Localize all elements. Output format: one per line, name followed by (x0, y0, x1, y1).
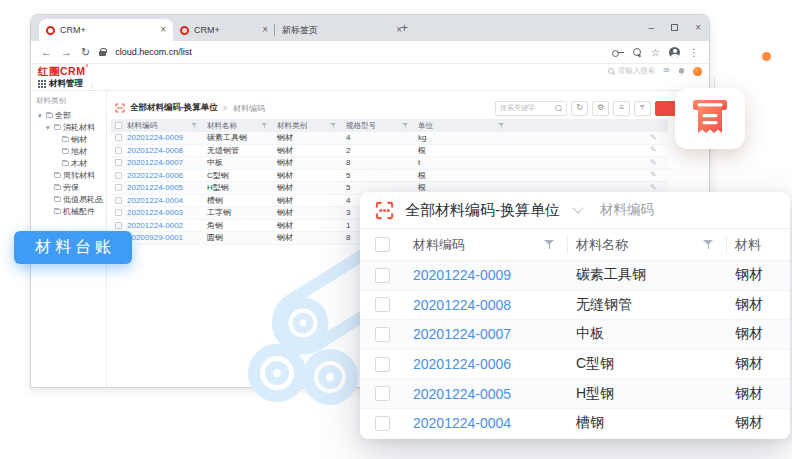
zoom-table-row[interactable]: 20201224-0005 H型钢 钢材 (360, 378, 790, 408)
edit-icon[interactable] (650, 134, 668, 142)
message-icon[interactable]: ✉ (663, 67, 670, 75)
zoom-table-row[interactable]: 20201224-0008 无缝钢管 钢材 (360, 290, 790, 320)
material-code-link[interactable]: 20201224-0004 (127, 196, 207, 205)
row-checkbox[interactable] (115, 147, 122, 154)
global-search[interactable]: 请输入搜索 (608, 66, 656, 76)
caret-down-icon[interactable]: ▾ (38, 112, 44, 119)
material-code-link[interactable]: 20201224-0006 (127, 171, 207, 180)
filter-funnel-icon[interactable] (703, 239, 714, 250)
tree-node[interactable]: ▾ 地材 (36, 145, 106, 157)
filter-funnel-icon[interactable] (544, 239, 555, 250)
filter-funnel-icon[interactable] (498, 123, 505, 129)
list-search-input[interactable]: 搜索关键字 (495, 101, 567, 116)
table-row[interactable]: 20201224-0009 碳素工具钢 钢材 4 kg (111, 132, 668, 145)
browser-tab[interactable]: 新标签页 × (275, 19, 409, 41)
reload-icon[interactable]: ↻ (81, 46, 90, 59)
maximize-button[interactable] (671, 24, 678, 31)
view-title[interactable]: 全部材料编码-换算单位 (130, 102, 218, 114)
back-icon[interactable]: ← (41, 46, 52, 58)
zoom-table-row[interactable]: 20201224-0006 C型钢 钢材 (360, 349, 790, 379)
minimize-button[interactable]: – (649, 22, 655, 33)
tree-node[interactable]: ▾ 周转材料 (36, 169, 106, 181)
row-checkbox[interactable] (375, 268, 390, 283)
material-name: 碳素工具钢 (568, 266, 727, 284)
browser-menu-icon[interactable]: ⋮ (689, 47, 699, 58)
row-checkbox[interactable] (375, 297, 390, 312)
table-row[interactable]: 20201224-0007 中板 钢材 8 t (111, 157, 668, 170)
select-all-checkbox[interactable] (375, 237, 390, 252)
row-checkbox[interactable] (375, 327, 390, 342)
tree-node[interactable]: ▾ 全部 (36, 109, 106, 121)
material-code-link[interactable]: 20201224-0008 (405, 297, 568, 313)
material-code-link[interactable]: 20201224-0005 (127, 183, 207, 192)
zoom-table-row[interactable]: 20201224-0009 碳素工具钢 钢材 (360, 260, 790, 290)
material-code-link[interactable]: 20200929-0001 (127, 233, 207, 242)
caret-down-icon[interactable]: ▾ (46, 124, 52, 131)
tab-close-icon[interactable]: × (160, 25, 166, 35)
material-code-link[interactable]: 20201224-0009 (127, 133, 207, 142)
row-checkbox[interactable] (115, 134, 122, 141)
material-code-link[interactable]: 20201224-0009 (405, 267, 568, 283)
row-checkbox[interactable] (375, 416, 390, 431)
filter-funnel-icon[interactable] (402, 123, 409, 129)
edit-icon[interactable] (650, 184, 668, 192)
edit-icon[interactable] (650, 171, 668, 179)
row-checkbox[interactable] (375, 357, 390, 372)
zoom-view-title[interactable]: 全部材料编码-换算单位 (405, 201, 560, 220)
new-tab-button[interactable]: + (395, 17, 415, 39)
row-checkbox[interactable] (115, 184, 122, 191)
material-code-link[interactable]: 20201224-0005 (405, 386, 568, 402)
tree-node[interactable]: ▾ 劳保 (36, 181, 106, 193)
refresh-button[interactable]: ↻ (571, 101, 588, 116)
table-row[interactable]: 20201224-0006 C型钢 钢材 5 根 (111, 170, 668, 183)
edit-icon[interactable] (650, 146, 668, 154)
password-key-icon[interactable] (612, 50, 624, 55)
filter-funnel-icon[interactable] (330, 123, 337, 129)
row-checkbox[interactable] (375, 386, 390, 401)
scan-view-icon (375, 201, 394, 220)
material-code-link[interactable]: 20201224-0006 (405, 356, 568, 372)
zoom-table-row[interactable]: 20201224-0004 槽钢 钢材 (360, 408, 790, 438)
filter-funnel-icon[interactable] (191, 123, 198, 129)
table-row[interactable]: 20201224-0008 无缝钢管 钢材 2 根 (111, 145, 668, 158)
notification-bell-icon[interactable] (678, 68, 685, 75)
material-code-link[interactable]: 20201224-0008 (127, 146, 207, 155)
material-code-link[interactable]: 20201224-0007 (127, 158, 207, 167)
material-name: C型钢 (207, 170, 277, 181)
row-checkbox[interactable] (115, 159, 122, 166)
material-code-link[interactable]: 20201224-0003 (127, 208, 207, 217)
filter-funnel-icon[interactable] (261, 123, 268, 129)
material-code-link[interactable]: 20201224-0002 (127, 221, 207, 230)
nav-material-management[interactable]: 材料管理 (49, 78, 83, 90)
tree-node[interactable]: ▾ 消耗材料 (36, 121, 106, 133)
settings-button[interactable]: ⚙ (592, 101, 609, 116)
row-checkbox[interactable] (115, 197, 122, 204)
url-text[interactable]: cloud.hecom.cn/list (115, 47, 192, 57)
row-checkbox[interactable] (115, 222, 122, 229)
user-avatar[interactable] (693, 67, 702, 76)
zoom-table-row[interactable]: 20201224-0007 中板 钢材 (360, 319, 790, 349)
forward-icon[interactable]: → (61, 46, 72, 58)
chevron-down-icon[interactable]: ∨ (223, 104, 228, 112)
edit-icon[interactable] (650, 159, 668, 167)
row-checkbox[interactable] (115, 172, 122, 179)
column-config-button[interactable]: ≡ (613, 101, 630, 116)
tab-close-icon[interactable]: × (262, 25, 268, 35)
app-grid-icon[interactable] (38, 83, 40, 85)
browser-tab[interactable]: CRM+ × (39, 19, 173, 41)
tree-node[interactable]: ▾ 木材 (36, 157, 106, 169)
select-all-checkbox[interactable] (115, 122, 122, 129)
filter-button[interactable] (634, 101, 651, 116)
browser-tab[interactable]: CRM+ × (173, 19, 275, 41)
row-checkbox[interactable] (115, 209, 122, 216)
material-code-link[interactable]: 20201224-0004 (405, 415, 568, 431)
material-code-link[interactable]: 20201224-0007 (405, 326, 568, 342)
zoom-search-icon[interactable] (633, 48, 642, 57)
tree-node[interactable]: ▾ 机械配件 (36, 205, 106, 217)
chevron-down-icon[interactable] (572, 202, 583, 213)
browser-profile-avatar[interactable] (669, 47, 680, 58)
tree-node[interactable]: ▾ 钢材 (36, 133, 106, 145)
bookmark-star-icon[interactable]: ☆ (651, 47, 660, 58)
close-button[interactable]: × (695, 22, 701, 33)
tree-node[interactable]: ▾ 低值易耗品 (36, 193, 106, 205)
